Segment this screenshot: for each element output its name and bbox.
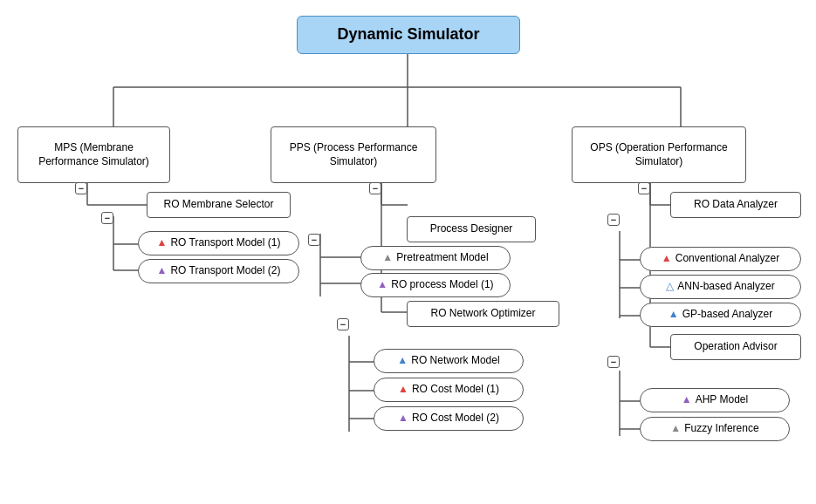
gp-label: GP-based Analyzer: [682, 308, 772, 322]
ro-transport-1-icon: ▲: [157, 236, 168, 250]
ann-label: ANN-based Analyzer: [677, 280, 774, 294]
conventional-label: Conventional Analyzer: [675, 252, 779, 266]
ro-data-analyzer-label: RO Data Analyzer: [694, 198, 778, 212]
pps-label: PPS (Process Performance Simulator): [278, 141, 429, 168]
pps-node: PPS (Process Performance Simulator): [271, 126, 436, 183]
ro-transport-1-node: ▲ RO Transport Model (1): [138, 231, 299, 255]
ro-cost-model-2-node: ▲ RO Cost Model (2): [374, 406, 524, 431]
gp-icon: ▲: [669, 308, 679, 322]
mps-collapse[interactable]: −: [75, 182, 87, 194]
ann-icon: △: [666, 280, 674, 294]
operation-advisor-node: Operation Advisor: [670, 334, 801, 360]
ops-node: OPS (Operation Performance Simulator): [572, 126, 746, 183]
process-designer-node: Process Designer: [407, 216, 536, 242]
conventional-analyzer-node: ▲ Conventional Analyzer: [640, 247, 801, 271]
operation-advisor-label: Operation Advisor: [694, 340, 777, 354]
ahp-label: AHP Model: [696, 393, 748, 407]
ro-network-optimizer-node: RO Network Optimizer: [407, 301, 559, 327]
ro-membrane-selector-label: RO Membrane Selector: [163, 198, 273, 212]
ahp-icon: ▲: [682, 393, 692, 407]
ro-cost-2-label: RO Cost Model (2): [412, 412, 499, 426]
ro-cost-1-label: RO Cost Model (1): [412, 383, 499, 397]
fuzzy-icon: ▲: [670, 422, 681, 436]
ahp-model-node: ▲ AHP Model: [640, 388, 790, 412]
ro-process-model-node: ▲ RO process Model (1): [360, 273, 511, 297]
process-designer-collapse[interactable]: −: [308, 234, 320, 246]
pps-collapse[interactable]: −: [369, 182, 381, 194]
ro-transport-2-label: RO Transport Model (2): [170, 264, 280, 278]
ro-network-model-label: RO Network Model: [411, 354, 499, 368]
root-label: Dynamic Simulator: [337, 24, 479, 44]
pretreatment-label: Pretreatment Model: [396, 251, 488, 265]
ro-transport-2-node: ▲ RO Transport Model (2): [138, 259, 299, 283]
ro-network-model-node: ▲ RO Network Model: [374, 349, 524, 373]
ro-process-label: RO process Model (1): [391, 278, 493, 292]
fuzzy-label: Fuzzy Inference: [684, 422, 758, 436]
operation-advisor-collapse[interactable]: −: [607, 356, 620, 368]
ro-membrane-selector-node: RO Membrane Selector: [147, 192, 291, 218]
ro-data-analyzer-node: RO Data Analyzer: [670, 192, 801, 218]
ro-process-icon: ▲: [377, 278, 387, 292]
root-node: Dynamic Simulator: [297, 16, 520, 54]
mps-node: MPS (Membrane Performance Simulator): [17, 126, 170, 183]
gp-analyzer-node: ▲ GP-based Analyzer: [640, 303, 801, 327]
conventional-icon: ▲: [662, 252, 672, 266]
ops-collapse[interactable]: −: [638, 182, 650, 194]
pretreatment-model-node: ▲ Pretreatment Model: [360, 246, 511, 270]
ops-label: OPS (Operation Performance Simulator): [579, 141, 738, 168]
ro-network-optimizer-label: RO Network Optimizer: [430, 307, 535, 321]
ro-network-model-icon: ▲: [397, 354, 408, 368]
mps-label: MPS (Membrane Performance Simulator): [25, 141, 162, 168]
ro-data-analyzer-collapse[interactable]: −: [607, 214, 620, 226]
ro-membrane-selector-collapse[interactable]: −: [101, 212, 113, 224]
fuzzy-inference-node: ▲ Fuzzy Inference: [640, 417, 790, 441]
ro-transport-1-label: RO Transport Model (1): [170, 236, 280, 250]
process-designer-label: Process Designer: [430, 222, 513, 236]
ann-analyzer-node: △ ANN-based Analyzer: [640, 275, 801, 299]
ro-cost-2-icon: ▲: [398, 412, 408, 426]
diagram: Dynamic Simulator MPS (Membrane Performa…: [0, 0, 816, 504]
pretreatment-icon: ▲: [382, 251, 393, 265]
ro-cost-model-1-node: ▲ RO Cost Model (1): [374, 378, 524, 402]
ro-transport-2-icon: ▲: [157, 264, 168, 278]
ro-cost-1-icon: ▲: [398, 383, 408, 397]
ro-network-optimizer-collapse[interactable]: −: [337, 318, 349, 330]
